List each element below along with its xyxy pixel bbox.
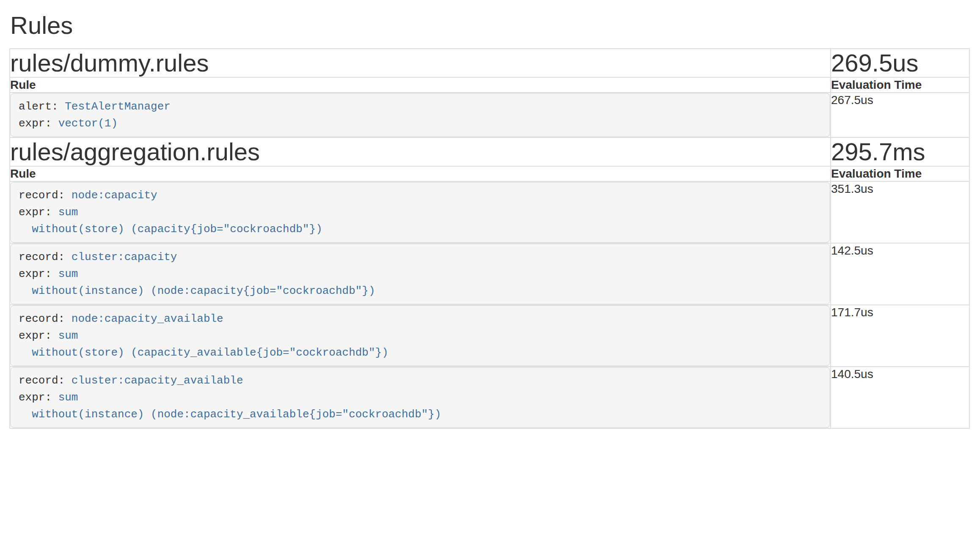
rule-keyword bbox=[19, 223, 32, 236]
rule-keyword: record: bbox=[19, 312, 72, 325]
rule-group-eval-time: 269.5us bbox=[831, 49, 969, 77]
rule-group-file: rules/dummy.rules bbox=[10, 49, 830, 77]
evaluation-time-column-header: Evaluation Time bbox=[831, 77, 969, 93]
rule-row: alert: TestAlertManager expr: vector(1) … bbox=[10, 93, 969, 137]
rule-keyword bbox=[19, 346, 32, 359]
rule-eval-time: 171.7us bbox=[831, 305, 969, 367]
rule-expr-link[interactable]: sum bbox=[58, 206, 78, 219]
rule-keyword bbox=[19, 285, 32, 297]
rule-keyword: record: bbox=[19, 374, 72, 387]
rule-expr-link[interactable]: without(store) (capacity_available{job="… bbox=[32, 346, 388, 359]
rule-expr-link[interactable]: without(store) (capacity{job="cockroachd… bbox=[32, 223, 322, 236]
rule-keyword bbox=[19, 408, 32, 421]
rule-row: record: node:capacity expr: sum without(… bbox=[10, 181, 969, 243]
rule-eval-time: 267.5us bbox=[831, 93, 969, 137]
evaluation-time-column-header: Evaluation Time bbox=[831, 166, 969, 181]
rule-row: record: cluster:capacity expr: sum witho… bbox=[10, 243, 969, 305]
rule-keyword: expr: bbox=[19, 268, 58, 280]
rule-expr-link[interactable]: sum bbox=[58, 329, 78, 342]
rule-definition: record: cluster:capacity expr: sum witho… bbox=[10, 244, 830, 304]
rule-definition: alert: TestAlertManager expr: vector(1) bbox=[10, 93, 830, 137]
rule-expr-link[interactable]: without(instance) (node:capacity_availab… bbox=[32, 408, 441, 421]
rule-expr-link[interactable]: vector(1) bbox=[58, 117, 118, 130]
rules-table: rules/dummy.rules 269.5us Rule Evaluatio… bbox=[9, 48, 970, 429]
rule-column-header: Rule bbox=[10, 166, 831, 181]
rule-name-link[interactable]: TestAlertManager bbox=[65, 100, 171, 113]
rule-row: record: cluster:capacity_available expr:… bbox=[10, 367, 969, 428]
rule-expr-link[interactable]: sum bbox=[58, 391, 78, 404]
rule-group-file: rules/aggregation.rules bbox=[10, 138, 830, 166]
rule-definition: record: cluster:capacity_available expr:… bbox=[10, 367, 830, 428]
rule-keyword: expr: bbox=[19, 329, 58, 342]
rule-row: record: node:capacity_available expr: su… bbox=[10, 305, 969, 367]
rule-keyword: record: bbox=[19, 189, 72, 202]
rule-definition: record: node:capacity expr: sum without(… bbox=[10, 182, 830, 243]
rules-page: Rules rules/dummy.rules 269.5us Rule Eva… bbox=[0, 12, 980, 429]
page-title: Rules bbox=[10, 12, 970, 39]
rule-expr-link[interactable]: without(instance) (node:capacity{job="co… bbox=[32, 285, 375, 297]
rule-keyword: expr: bbox=[19, 391, 58, 404]
rule-definition: record: node:capacity_available expr: su… bbox=[10, 305, 830, 366]
rule-group-header-row: rules/dummy.rules 269.5us bbox=[10, 49, 969, 77]
column-header-row: Rule Evaluation Time bbox=[10, 166, 969, 181]
column-header-row: Rule Evaluation Time bbox=[10, 77, 969, 93]
rule-keyword: alert: bbox=[19, 100, 65, 113]
rule-group-header-row: rules/aggregation.rules 295.7ms bbox=[10, 137, 969, 166]
rule-group-eval-time: 295.7ms bbox=[831, 138, 969, 166]
rule-column-header: Rule bbox=[10, 77, 831, 93]
rule-name-link[interactable]: node:capacity bbox=[72, 189, 157, 202]
rule-keyword: expr: bbox=[19, 206, 58, 219]
rule-eval-time: 351.3us bbox=[831, 181, 969, 243]
rule-eval-time: 142.5us bbox=[831, 243, 969, 305]
rule-keyword: expr: bbox=[19, 117, 58, 130]
rule-eval-time: 140.5us bbox=[831, 367, 969, 428]
rule-keyword: record: bbox=[19, 251, 72, 263]
rule-name-link[interactable]: cluster:capacity bbox=[72, 251, 177, 263]
rule-expr-link[interactable]: sum bbox=[58, 268, 78, 280]
rule-name-link[interactable]: cluster:capacity_available bbox=[72, 374, 243, 387]
rule-name-link[interactable]: node:capacity_available bbox=[72, 312, 223, 325]
